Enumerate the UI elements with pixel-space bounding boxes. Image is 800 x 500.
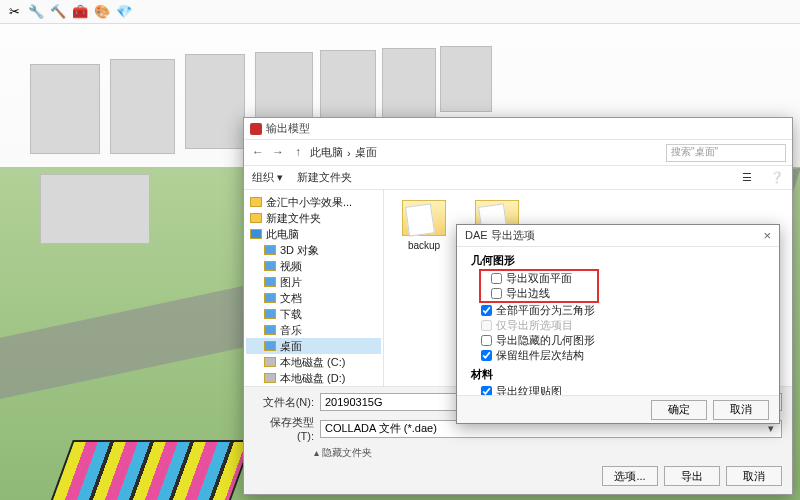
close-icon[interactable]: × xyxy=(763,228,771,243)
tool-icon[interactable]: 🧰 xyxy=(72,4,88,20)
chevron-right-icon: › xyxy=(347,147,351,159)
tree-item-icon xyxy=(264,373,276,383)
group-materials: 材料 xyxy=(471,367,765,382)
tree-item-icon xyxy=(264,309,276,319)
cancel-button[interactable]: 取消 xyxy=(726,466,782,486)
nav-back-icon[interactable]: ← xyxy=(250,145,266,161)
checkbox-export-textures[interactable]: 导出纹理贴图 xyxy=(471,384,765,395)
view-mode-icon[interactable]: ☰ xyxy=(742,171,756,185)
folder-tree[interactable]: 金汇中小学效果...新建文件夹此电脑3D 对象视频图片文档下载音乐桌面本地磁盘 … xyxy=(244,190,384,386)
building-model xyxy=(40,174,150,244)
tree-item-label: 音乐 xyxy=(280,323,302,338)
tree-item-label: 本地磁盘 (D:) xyxy=(280,371,345,386)
tree-item-label: 金汇中小学效果... xyxy=(266,195,352,210)
tool-icon[interactable]: ✂ xyxy=(6,4,22,20)
options-title-text: DAE 导出选项 xyxy=(465,228,535,243)
folder-icon xyxy=(402,200,446,236)
filetype-label: 保存类型(T): xyxy=(254,415,314,442)
tree-item[interactable]: 桌面 xyxy=(246,338,381,354)
sketchup-main-window: ✂ 🔧 🔨 🧰 🎨 💎 输出模型 ← → ↑ 此电脑 › 桌面 xyxy=(0,0,800,500)
tree-item[interactable]: 视频 xyxy=(246,258,381,274)
stadium-model xyxy=(47,440,252,500)
tool-icon[interactable]: 🔨 xyxy=(50,4,66,20)
breadcrumb[interactable]: 此电脑 › 桌面 xyxy=(310,145,662,160)
tree-item-label: 新建文件夹 xyxy=(266,211,321,226)
tree-item-label: 图片 xyxy=(280,275,302,290)
tree-item[interactable]: 文档 xyxy=(246,290,381,306)
highlighted-annotation: 导出双面平面 导出边线 xyxy=(479,269,599,303)
tree-item-icon xyxy=(264,261,276,271)
tree-item-icon xyxy=(250,197,262,207)
command-bar: 组织 ▾ 新建文件夹 ☰ ❔ xyxy=(244,166,792,190)
options-titlebar: DAE 导出选项 × xyxy=(457,225,779,247)
building-model xyxy=(110,59,175,154)
checkbox-two-sided[interactable]: 导出双面平面 xyxy=(481,271,595,286)
address-bar: ← → ↑ 此电脑 › 桌面 搜索"桌面" xyxy=(244,140,792,166)
nav-forward-icon[interactable]: → xyxy=(270,145,286,161)
filename-label: 文件名(N): xyxy=(254,395,314,410)
tree-item-label: 3D 对象 xyxy=(280,243,319,258)
building-model xyxy=(382,48,436,120)
tool-icon[interactable]: 💎 xyxy=(116,4,132,20)
folder-item[interactable]: backup xyxy=(394,200,454,251)
ok-button[interactable]: 确定 xyxy=(651,400,707,420)
tree-item-label: 视频 xyxy=(280,259,302,274)
tree-item-label: 此电脑 xyxy=(266,227,299,242)
tree-item[interactable]: 新建文件夹 xyxy=(246,210,381,226)
breadcrumb-item[interactable]: 此电脑 xyxy=(310,145,343,160)
plugin-toolbar: ✂ 🔧 🔨 🧰 🎨 💎 xyxy=(0,0,800,24)
tree-item[interactable]: 本地磁盘 (D:) xyxy=(246,370,381,386)
tree-item[interactable]: 下载 xyxy=(246,306,381,322)
help-icon[interactable]: ❔ xyxy=(770,171,784,185)
tree-item-icon xyxy=(250,213,262,223)
tree-item[interactable]: 金汇中小学效果... xyxy=(246,194,381,210)
folder-label: backup xyxy=(394,240,454,251)
search-input[interactable]: 搜索"桌面" xyxy=(666,144,786,162)
tree-item-label: 桌面 xyxy=(280,339,302,354)
tree-item[interactable]: 本地磁盘 (C:) xyxy=(246,354,381,370)
checkbox-hidden-geometry[interactable]: 导出隐藏的几何图形 xyxy=(471,333,765,348)
tool-icon[interactable]: 🔧 xyxy=(28,4,44,20)
tree-item[interactable]: 音乐 xyxy=(246,322,381,338)
tree-item-icon xyxy=(264,341,276,351)
tool-icon[interactable]: 🎨 xyxy=(94,4,110,20)
building-model xyxy=(185,54,245,149)
checkbox-edges[interactable]: 导出边线 xyxy=(481,286,595,301)
cancel-button[interactable]: 取消 xyxy=(713,400,769,420)
tree-item-icon xyxy=(264,357,276,367)
building-model xyxy=(440,46,492,112)
tree-item-icon xyxy=(264,277,276,287)
group-geometry: 几何图形 xyxy=(471,253,765,268)
checkbox-selection-only: 仅导出所选项目 xyxy=(471,318,765,333)
organize-menu[interactable]: 组织 ▾ xyxy=(252,170,283,185)
tree-item-icon xyxy=(264,245,276,255)
dialog-titlebar: 输出模型 xyxy=(244,118,792,140)
export-button[interactable]: 导出 xyxy=(664,466,720,486)
options-button[interactable]: 选项... xyxy=(602,466,658,486)
new-folder-button[interactable]: 新建文件夹 xyxy=(297,170,352,185)
nav-up-icon[interactable]: ↑ xyxy=(290,145,306,161)
building-model xyxy=(30,64,100,154)
tree-item[interactable]: 此电脑 xyxy=(246,226,381,242)
dialog-title-text: 输出模型 xyxy=(266,121,310,136)
checkbox-preserve-hierarchy[interactable]: 保留组件层次结构 xyxy=(471,348,765,363)
dae-export-options-dialog: DAE 导出选项 × 几何图形 导出双面平面 导出边线 全部平面分为三角形 仅导… xyxy=(456,224,780,424)
app-icon xyxy=(250,123,262,135)
tree-item-icon xyxy=(264,325,276,335)
tree-item-icon xyxy=(250,229,262,239)
checkbox-triangulate[interactable]: 全部平面分为三角形 xyxy=(471,303,765,318)
tree-item-label: 本地磁盘 (C:) xyxy=(280,355,345,370)
tree-item[interactable]: 3D 对象 xyxy=(246,242,381,258)
tree-item[interactable]: 图片 xyxy=(246,274,381,290)
tree-item-label: 下载 xyxy=(280,307,302,322)
hide-folders-toggle[interactable]: ▴ 隐藏文件夹 xyxy=(314,446,782,460)
tree-item-label: 文档 xyxy=(280,291,302,306)
breadcrumb-item[interactable]: 桌面 xyxy=(355,145,377,160)
tree-item-icon xyxy=(264,293,276,303)
